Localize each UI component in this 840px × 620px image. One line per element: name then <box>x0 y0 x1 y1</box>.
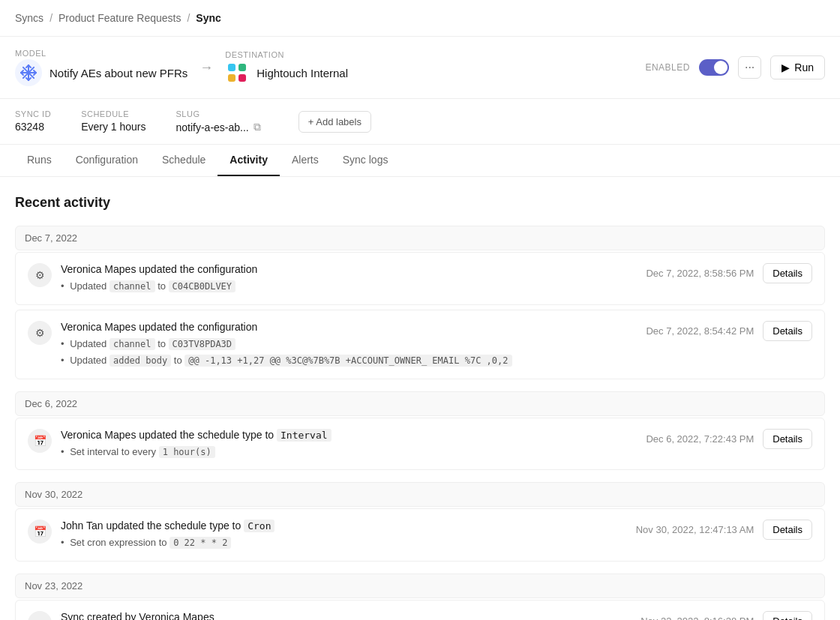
header-actions: ENABLED ··· ▶ Run <box>645 55 825 79</box>
date-header-nov23: Nov 23, 2022 <box>15 574 825 598</box>
breadcrumb-sep-2: / <box>187 12 190 24</box>
activity-body: Veronica Mapes updated the configuration… <box>61 321 637 368</box>
content-area: Recent activity Dec 7, 2022 ⚙ Veronica M… <box>0 177 840 620</box>
run-play-icon: ▶ <box>782 61 790 73</box>
activity-card: + Sync created by Veronica Mapes Nov 23,… <box>15 600 825 621</box>
section-title: Recent activity <box>15 195 825 211</box>
activity-meta: Nov 30, 2022, 12:47:13 AM Details <box>627 520 812 540</box>
activity-title: John Tan updated the schedule type to Cr… <box>61 520 627 532</box>
destination-label: DESTINATION <box>225 50 348 59</box>
activity-timestamp: Dec 7, 2022, 8:54:42 PM <box>646 325 754 337</box>
slug-text: notify-a-es-ab... <box>176 121 249 133</box>
tab-schedule[interactable]: Schedule <box>150 145 218 176</box>
sync-id-label: SYNC ID <box>15 109 51 118</box>
activity-body: John Tan updated the schedule type to Cr… <box>61 520 627 550</box>
activity-title: Veronica Mapes updated the configuration <box>61 321 637 333</box>
slug-value-container: notify-a-es-ab... ⧉ <box>176 121 261 133</box>
gear-icon: ⚙ <box>28 321 52 345</box>
arrow-right-icon: → <box>200 60 213 76</box>
activity-timestamp: Nov 30, 2022, 12:47:13 AM <box>636 524 754 535</box>
activity-detail: • Updated channel to C04CB0DLVEY <box>61 279 637 294</box>
activity-title: Veronica Mapes updated the configuration <box>61 263 637 275</box>
activity-detail: • Set interval to every 1 hour(s) <box>61 445 637 460</box>
schedule-item: SCHEDULE Every 1 hours <box>81 109 146 133</box>
run-label: Run <box>794 61 814 73</box>
details-button[interactable]: Details <box>763 520 812 540</box>
activity-card: 📅 Veronica Mapes updated the schedule ty… <box>15 418 825 471</box>
details-button[interactable]: Details <box>763 611 812 621</box>
more-options-button[interactable]: ··· <box>738 56 761 79</box>
copy-icon[interactable]: ⧉ <box>254 121 261 133</box>
enabled-toggle[interactable] <box>699 59 729 76</box>
tab-activity[interactable]: Activity <box>218 145 280 176</box>
activity-meta: Nov 23, 2022, 8:16:38 PM Details <box>632 611 812 621</box>
calendar-icon: 📅 <box>28 520 52 544</box>
details-button[interactable]: Details <box>763 429 812 449</box>
tab-alerts[interactable]: Alerts <box>280 145 331 176</box>
slug-item: SLUG notify-a-es-ab... ⧉ <box>176 109 261 133</box>
breadcrumb-syncs[interactable]: Syncs <box>15 12 44 24</box>
svg-rect-16 <box>238 74 246 82</box>
schedule-label: SCHEDULE <box>81 109 146 118</box>
details-button[interactable]: Details <box>763 321 812 341</box>
tab-runs[interactable]: Runs <box>15 145 64 176</box>
activity-timestamp: Nov 23, 2022, 8:16:38 PM <box>640 616 754 621</box>
activity-title: Veronica Mapes updated the schedule type… <box>61 429 637 441</box>
activity-card: ⚙ Veronica Mapes updated the configurati… <box>15 252 825 305</box>
svg-rect-15 <box>228 74 236 82</box>
plus-icon: + <box>28 611 52 621</box>
activity-detail: • Updated channel to C03TV8PDA3D <box>61 337 637 352</box>
model-label: MODEL <box>15 49 188 58</box>
date-group-nov30: Nov 30, 2022 📅 John Tan updated the sche… <box>15 482 825 562</box>
activity-card: 📅 John Tan updated the schedule type to … <box>15 508 825 562</box>
details-button[interactable]: Details <box>763 263 812 283</box>
activity-meta: Dec 7, 2022, 8:58:56 PM Details <box>637 263 812 283</box>
date-header-dec7: Dec 7, 2022 <box>15 226 825 250</box>
meta-bar: SYNC ID 63248 SCHEDULE Every 1 hours SLU… <box>0 99 840 145</box>
slug-label: SLUG <box>176 109 261 118</box>
tab-sync-logs[interactable]: Sync logs <box>331 145 400 176</box>
date-header-nov30: Nov 30, 2022 <box>15 482 825 507</box>
breadcrumb: Syncs / Product Feature Requests / Sync <box>0 0 840 37</box>
breadcrumb-pfr[interactable]: Product Feature Requests <box>58 12 181 24</box>
run-button[interactable]: ▶ Run <box>770 55 825 79</box>
destination-section: DESTINATION Hightouch Internal <box>225 50 348 85</box>
header-bar: MODEL Notify AEs about new PFRs → <box>0 37 840 99</box>
enabled-label: ENABLED <box>645 62 690 73</box>
model-section: MODEL Notify AEs about new PFRs <box>15 49 188 86</box>
activity-meta: Dec 6, 2022, 7:22:43 PM Details <box>637 429 812 449</box>
activity-body: Veronica Mapes updated the configuration… <box>61 263 637 294</box>
model-info: Notify AEs about new PFRs <box>15 59 188 86</box>
destination-name: Hightouch Internal <box>256 67 348 79</box>
tabs-bar: Runs Configuration Schedule Activity Ale… <box>0 145 840 177</box>
svg-rect-14 <box>238 64 246 71</box>
activity-detail: • Set cron expression to 0 22 * * 2 <box>61 535 627 550</box>
date-group-dec7: Dec 7, 2022 ⚙ Veronica Mapes updated the… <box>15 226 825 379</box>
date-group-dec6: Dec 6, 2022 📅 Veronica Mapes updated the… <box>15 391 825 471</box>
activity-body: Sync created by Veronica Mapes <box>61 611 632 621</box>
activity-body: Veronica Mapes updated the schedule type… <box>61 429 637 460</box>
tab-configuration[interactable]: Configuration <box>64 145 150 176</box>
slack-icon <box>225 61 249 85</box>
activity-meta: Dec 7, 2022, 8:54:42 PM Details <box>637 321 812 341</box>
svg-rect-13 <box>228 64 236 71</box>
schedule-value: Every 1 hours <box>81 121 146 133</box>
breadcrumb-sep-1: / <box>50 12 52 24</box>
activity-timestamp: Dec 7, 2022, 8:58:56 PM <box>646 268 754 279</box>
date-header-dec6: Dec 6, 2022 <box>15 391 825 416</box>
calendar-icon: 📅 <box>28 429 52 453</box>
model-name: Notify AEs about new PFRs <box>50 67 188 79</box>
activity-card: ⚙ Veronica Mapes updated the configurati… <box>15 310 825 379</box>
snowflake-icon <box>15 59 42 86</box>
activity-title: Sync created by Veronica Mapes <box>61 611 632 621</box>
sync-id-value: 63248 <box>15 121 51 133</box>
destination-info: Hightouch Internal <box>225 61 348 85</box>
add-labels-button[interactable]: + Add labels <box>298 111 371 133</box>
toggle-knob <box>714 61 728 74</box>
breadcrumb-current: Sync <box>196 12 220 24</box>
gear-icon: ⚙ <box>28 263 52 287</box>
date-group-nov23: Nov 23, 2022 + Sync created by Veronica … <box>15 574 825 621</box>
activity-detail-2: • Updated added body to @@ -1,13 +1,27 @… <box>61 353 637 368</box>
activity-timestamp: Dec 6, 2022, 7:22:43 PM <box>646 433 754 445</box>
sync-id-item: SYNC ID 63248 <box>15 109 51 133</box>
